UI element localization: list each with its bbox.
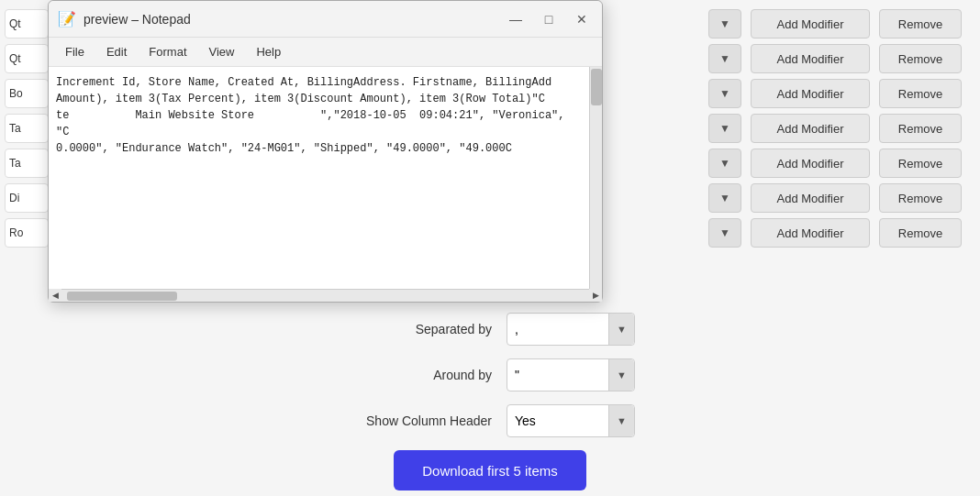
add-modifier-button[interactable]: Add Modifier — [751, 44, 870, 73]
add-modifier-button[interactable]: Add Modifier — [751, 183, 870, 213]
show-column-header-row: Show Column Header Yes ▼ — [345, 404, 635, 437]
notepad-textarea[interactable] — [49, 67, 589, 289]
notepad-scrollbar-vertical[interactable] — [589, 67, 602, 289]
dropdown-button[interactable]: ▼ — [708, 44, 741, 73]
modifier-row: ▼ Add Modifier Remove — [650, 9, 962, 39]
notepad-title: preview – Notepad — [84, 12, 505, 27]
separated-by-row: Separated by , ▼ — [345, 313, 635, 346]
show-column-header-value: Yes — [515, 413, 536, 428]
scrollbar-thumb-horizontal[interactable] — [67, 292, 177, 301]
add-modifier-button[interactable]: Add Modifier — [751, 79, 870, 108]
separated-by-arrow-icon: ▼ — [608, 314, 634, 345]
scrollbar-thumb-vertical[interactable] — [591, 69, 602, 105]
list-item[interactable]: Ta — [5, 149, 49, 178]
add-modifier-button[interactable]: Add Modifier — [751, 114, 870, 143]
show-column-header-arrow-icon: ▼ — [608, 405, 634, 436]
close-button[interactable]: ✕ — [571, 8, 593, 30]
modifier-row: ▼ Add Modifier Remove — [650, 79, 962, 108]
dropdown-button[interactable]: ▼ — [708, 79, 741, 108]
add-modifier-button[interactable]: Add Modifier — [751, 9, 870, 39]
modifier-row: ▼ Add Modifier Remove — [650, 44, 962, 73]
around-by-value: " — [515, 368, 519, 382]
notepad-icon: 📝 — [58, 10, 76, 28]
dropdown-button[interactable]: ▼ — [708, 149, 741, 178]
around-by-label: Around by — [345, 368, 492, 382]
menu-edit[interactable]: Edit — [97, 41, 136, 62]
list-item[interactable]: Qt — [5, 44, 49, 73]
scroll-right-arrow[interactable]: ▶ — [589, 289, 602, 302]
separated-by-select[interactable]: , ▼ — [507, 313, 635, 346]
remove-button[interactable]: Remove — [879, 9, 962, 39]
maximize-button[interactable]: □ — [538, 8, 560, 30]
separated-by-label: Separated by — [345, 322, 492, 336]
modifier-row: ▼ Add Modifier Remove — [650, 183, 962, 213]
download-row: Download first 5 items — [394, 450, 586, 490]
bottom-form: Separated by , ▼ Around by " ▼ Show Colu… — [0, 294, 980, 496]
modifier-row: ▼ Add Modifier Remove — [650, 114, 962, 143]
show-column-header-label: Show Column Header — [345, 413, 492, 428]
around-by-select[interactable]: " ▼ — [507, 358, 635, 391]
remove-button[interactable]: Remove — [879, 114, 962, 143]
list-item[interactable]: Di — [5, 183, 49, 213]
remove-button[interactable]: Remove — [879, 183, 962, 213]
list-item[interactable]: Ta — [5, 114, 49, 143]
scroll-left-arrow[interactable]: ◀ — [49, 289, 61, 302]
dropdown-button[interactable]: ▼ — [708, 218, 741, 248]
add-modifier-button[interactable]: Add Modifier — [751, 149, 870, 178]
menu-view[interactable]: View — [200, 41, 244, 62]
show-column-header-select[interactable]: Yes ▼ — [507, 404, 635, 437]
menu-file[interactable]: File — [56, 41, 94, 62]
dropdown-button[interactable]: ▼ — [708, 114, 741, 143]
add-modifier-button[interactable]: Add Modifier — [751, 218, 870, 248]
left-items-panel: Qt Qt Bo Ta Ta Di Ro — [0, 0, 53, 293]
notepad-titlebar: 📝 preview – Notepad — □ ✕ — [49, 1, 602, 38]
menu-help[interactable]: Help — [247, 41, 290, 62]
list-item[interactable]: Ro — [5, 218, 49, 248]
minimize-button[interactable]: — — [505, 8, 527, 30]
remove-button[interactable]: Remove — [879, 44, 962, 73]
titlebar-buttons: — □ ✕ — [505, 8, 593, 30]
notepad-content-area — [49, 67, 602, 289]
notepad-scrollbar-horizontal-row: ◀ ▶ — [49, 289, 602, 302]
right-panel: ▼ Add Modifier Remove ▼ Add Modifier Rem… — [631, 0, 980, 293]
dropdown-button[interactable]: ▼ — [708, 9, 741, 39]
list-item[interactable]: Bo — [5, 79, 49, 108]
notepad-scrollbar-horizontal[interactable] — [61, 289, 589, 302]
dropdown-button[interactable]: ▼ — [708, 183, 741, 213]
modifier-row: ▼ Add Modifier Remove — [650, 218, 962, 248]
list-item[interactable]: Qt — [5, 9, 49, 39]
notepad-menubar: File Edit Format View Help — [49, 38, 602, 67]
notepad-window[interactable]: 📝 preview – Notepad — □ ✕ File Edit Form… — [48, 0, 603, 303]
separated-by-value: , — [515, 322, 518, 336]
around-by-arrow-icon: ▼ — [608, 359, 634, 391]
remove-button[interactable]: Remove — [879, 218, 962, 248]
remove-button[interactable]: Remove — [879, 79, 962, 108]
around-by-row: Around by " ▼ — [345, 358, 635, 391]
download-button[interactable]: Download first 5 items — [394, 450, 586, 490]
modifier-row: ▼ Add Modifier Remove — [650, 149, 962, 178]
remove-button[interactable]: Remove — [879, 149, 962, 178]
menu-format[interactable]: Format — [139, 41, 195, 62]
